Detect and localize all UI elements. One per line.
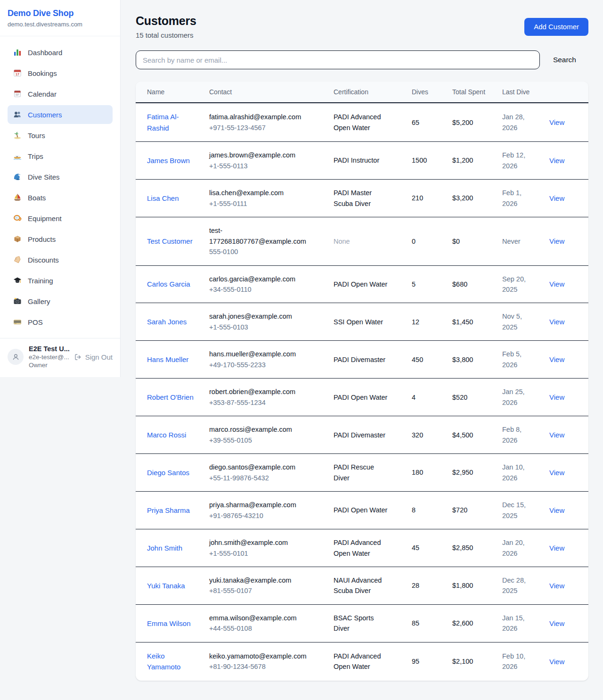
- person-icon: [11, 353, 20, 362]
- customer-certification: None: [326, 217, 404, 265]
- sidebar-item-dive-sites[interactable]: Dive Sites: [8, 167, 113, 186]
- customer-name-link[interactable]: Carlos Garcia: [147, 280, 190, 288]
- sidebar-item-trips[interactable]: Trips: [8, 147, 113, 165]
- customer-certification: PADI Open Water: [326, 492, 404, 529]
- customer-certification: PADI Rescue Diver: [326, 454, 404, 492]
- search-button[interactable]: Search: [540, 56, 588, 64]
- customer-name-link[interactable]: Diego Santos: [147, 469, 189, 477]
- column-header-actions: [542, 82, 588, 103]
- sidebar-item-training[interactable]: Training: [8, 271, 113, 290]
- view-link[interactable]: View: [549, 194, 564, 202]
- customer-certification: PADI Master Scuba Diver: [326, 180, 404, 217]
- customer-contact: test-1772681807767@example.com 555-0100: [202, 217, 326, 265]
- table-row: John Smith john.smith@example.com +1-555…: [136, 529, 588, 567]
- customer-last-dive: Nov 5, 2025: [495, 303, 542, 341]
- table-row: Test Customer test-1772681807767@example…: [136, 217, 588, 265]
- view-link[interactable]: View: [549, 393, 564, 401]
- view-link[interactable]: View: [549, 318, 564, 326]
- customer-table-body: Fatima Al-Rashid fatima.alrashid@example…: [136, 103, 588, 681]
- sidebar-item-label: Training: [28, 277, 53, 285]
- customer-name-link[interactable]: Emma Wilson: [147, 619, 191, 627]
- customer-phone: +1-555-0111: [209, 198, 313, 209]
- customer-last-dive: Sep 20, 2025: [495, 265, 542, 303]
- search-bar: Search: [136, 50, 588, 69]
- customer-last-dive: Jan 20, 2026: [495, 529, 542, 567]
- customer-dives: 180: [404, 454, 445, 492]
- sidebar-item-bookings[interactable]: 17 Bookings: [8, 64, 113, 82]
- sidebar-user-section: E2E Test U... e2e-tester@... Owner Sign …: [0, 338, 120, 377]
- customer-dives: 4: [404, 379, 445, 416]
- table-row: Emma Wilson emma.wilson@example.com +44-…: [136, 604, 588, 642]
- tours-icon: [13, 131, 22, 140]
- search-input[interactable]: [136, 50, 540, 69]
- customer-name-link[interactable]: Keiko Yamamoto: [147, 652, 180, 671]
- sidebar-item-products[interactable]: Products: [8, 230, 113, 248]
- view-link[interactable]: View: [549, 619, 564, 627]
- customer-name-link[interactable]: John Smith: [147, 544, 182, 552]
- customer-total-spent: $1,800: [445, 567, 495, 605]
- sidebar-item-discounts[interactable]: Discounts: [8, 250, 113, 269]
- customers-table: Name Contact Certification Dives Total S…: [136, 82, 588, 681]
- customer-name-link[interactable]: Lisa Chen: [147, 194, 179, 202]
- customer-contact: james.brown@example.com +1-555-0113: [202, 142, 326, 180]
- table-row: Lisa Chen lisa.chen@example.com +1-555-0…: [136, 180, 588, 217]
- view-link[interactable]: View: [549, 237, 564, 245]
- customer-name-link[interactable]: Yuki Tanaka: [147, 582, 185, 590]
- customer-name-link[interactable]: Priya Sharma: [147, 506, 190, 514]
- customer-name-link[interactable]: Robert O'Brien: [147, 393, 194, 401]
- customer-last-dive: Dec 15, 2025: [495, 492, 542, 529]
- view-link[interactable]: View: [549, 280, 564, 288]
- sidebar-item-calendar[interactable]: Calendar: [8, 84, 113, 103]
- sidebar-item-pos[interactable]: POS: [8, 313, 113, 331]
- customer-name-link[interactable]: Marco Rossi: [147, 431, 186, 439]
- view-link[interactable]: View: [549, 506, 564, 514]
- table-row: Hans Mueller hans.mueller@example.com +4…: [136, 341, 588, 379]
- view-link[interactable]: View: [549, 156, 564, 165]
- column-header-total-spent: Total Spent: [445, 82, 495, 103]
- customer-name-link[interactable]: Fatima Al-Rashid: [147, 113, 179, 132]
- avatar: [8, 349, 24, 365]
- sidebar-item-gallery[interactable]: Gallery: [8, 292, 113, 311]
- customer-certification: PADI Open Water: [326, 265, 404, 303]
- customer-email: emma.wilson@example.com: [209, 613, 313, 623]
- view-link[interactable]: View: [549, 355, 564, 363]
- customer-contact: priya.sharma@example.com +91-98765-43210: [202, 492, 326, 529]
- customer-name-link[interactable]: Hans Mueller: [147, 355, 188, 363]
- customer-dives: 45: [404, 529, 445, 567]
- sidebar-item-equipment[interactable]: Equipment: [8, 209, 113, 228]
- customer-contact: lisa.chen@example.com +1-555-0111: [202, 180, 326, 217]
- logout-icon: [74, 353, 82, 361]
- column-header-name: Name: [136, 82, 202, 103]
- customers-icon: [13, 110, 22, 119]
- sidebar-item-label: Equipment: [28, 214, 62, 222]
- sidebar: Demo Dive Shop demo.test.divestreams.com…: [0, 0, 121, 377]
- customer-email: yuki.tanaka@example.com: [209, 575, 313, 585]
- sign-out-button[interactable]: Sign Out: [74, 353, 113, 361]
- table-row: Keiko Yamamoto keiko.yamamoto@example.co…: [136, 642, 588, 680]
- customer-email: hans.mueller@example.com: [209, 349, 313, 359]
- sidebar-item-tours[interactable]: Tours: [8, 126, 113, 145]
- training-icon: [13, 276, 22, 285]
- user-email: e2e-tester@...: [29, 354, 69, 361]
- products-icon: [13, 235, 22, 243]
- customer-name-link[interactable]: Sarah Jones: [147, 318, 187, 326]
- view-link[interactable]: View: [549, 658, 564, 666]
- customer-name-link[interactable]: Test Customer: [147, 237, 193, 245]
- sidebar-item-boats[interactable]: Boats: [8, 188, 113, 207]
- sidebar-item-label: Calendar: [28, 90, 57, 98]
- sidebar-item-dashboard[interactable]: Dashboard: [8, 43, 113, 62]
- view-link[interactable]: View: [549, 431, 564, 439]
- view-link[interactable]: View: [549, 582, 564, 590]
- table-row: Fatima Al-Rashid fatima.alrashid@example…: [136, 103, 588, 141]
- view-link[interactable]: View: [549, 544, 564, 552]
- customer-total-spent: $680: [445, 265, 495, 303]
- dive-sites-icon: [13, 173, 22, 181]
- sign-out-label: Sign Out: [85, 353, 113, 361]
- customer-dives: 1500: [404, 142, 445, 180]
- customer-name-link[interactable]: James Brown: [147, 156, 190, 165]
- view-link[interactable]: View: [549, 469, 564, 477]
- view-link[interactable]: View: [549, 118, 564, 126]
- sidebar-item-label: Trips: [28, 152, 43, 160]
- add-customer-button[interactable]: Add Customer: [524, 18, 588, 36]
- sidebar-item-customers[interactable]: Customers: [8, 105, 113, 124]
